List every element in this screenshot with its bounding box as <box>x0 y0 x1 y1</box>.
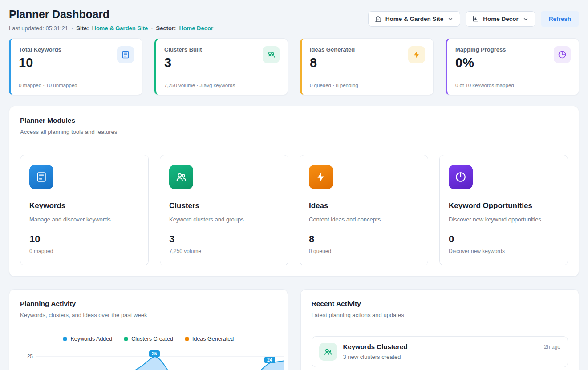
users-icon <box>169 165 193 189</box>
legend-dot <box>63 337 67 341</box>
legend-label: Keywords Added <box>70 336 112 342</box>
recent-item-timestamp: 2h ago <box>544 343 560 350</box>
stat-card-mapping-progress: Mapping Progress 0% 0 of 10 keywords map… <box>446 38 579 95</box>
panel-title: Planning Activity <box>20 300 277 308</box>
legend-item-ideas-generated: Ideas Generated <box>185 336 234 342</box>
module-sub: 0 mapped <box>29 248 139 254</box>
panel-title: Planner Modules <box>20 117 568 125</box>
module-title: Ideas <box>309 201 419 210</box>
panel-header: Planning Activity Keywords, clusters, an… <box>9 290 288 327</box>
area-chart: 25 25 24 <box>9 346 288 370</box>
building-icon <box>375 16 381 22</box>
legend-dot <box>185 337 189 341</box>
site-link[interactable]: Home & Garden Site <box>92 25 148 32</box>
legend-label: Ideas Generated <box>192 336 234 342</box>
panel-subtitle: Latest planning actions and updates <box>312 312 568 318</box>
legend-label: Clusters Created <box>131 336 173 342</box>
module-title: Keyword Opportunities <box>449 201 559 210</box>
recent-activity-panel: Recent Activity Latest planning actions … <box>300 289 580 370</box>
stat-content: Mapping Progress 0% 0 of 10 keywords map… <box>455 46 514 88</box>
stat-card-ideas-generated: Ideas Generated 8 0 queued · 8 pending <box>300 38 434 95</box>
data-point-label: 24 <box>264 357 275 363</box>
stat-label: Mapping Progress <box>455 46 514 53</box>
stat-value: 0% <box>455 56 514 70</box>
planning-activity-panel: Planning Activity Keywords, clusters, an… <box>9 289 288 370</box>
separator-dot: · <box>71 25 73 32</box>
panel-body: Keywords Manage and discover keywords 10… <box>9 144 579 276</box>
refresh-button[interactable]: Refresh <box>541 11 579 27</box>
stat-value: 8 <box>310 56 358 70</box>
stat-content: Total Keywords 10 0 mapped · 10 unmapped <box>19 46 77 88</box>
stat-label: Ideas Generated <box>310 46 358 53</box>
page-title: Planner Dashboard <box>9 8 213 21</box>
stat-label: Total Keywords <box>19 46 77 53</box>
pie-chart-icon <box>554 46 571 63</box>
document-icon <box>117 46 134 63</box>
stat-label: Clusters Built <box>164 46 235 53</box>
module-description: Content ideas and concepts <box>309 216 419 223</box>
recent-item-title: Keywords Clustered <box>343 343 538 350</box>
panel-title: Recent Activity <box>312 300 568 308</box>
module-value: 8 <box>309 233 419 245</box>
stat-card-total-keywords: Total Keywords 10 0 mapped · 10 unmapped <box>9 38 142 95</box>
stat-sub: 7,250 volume · 3 avg keywords <box>164 78 235 88</box>
lightning-icon <box>309 165 333 189</box>
area-chart-svg <box>36 346 284 370</box>
panel-header: Planner Modules Access all planning tool… <box>9 106 579 144</box>
module-tile-clusters[interactable]: Clusters Keyword clusters and groups 3 7… <box>160 155 288 265</box>
breadcrumb: Last updated: 05:31:21 · Site: Home & Ga… <box>9 25 213 32</box>
panel-subtitle: Access all planning tools and features <box>20 129 568 135</box>
module-sub: 7,250 volume <box>169 248 279 254</box>
users-icon <box>263 46 280 63</box>
site-selector-value: Home & Garden Site <box>385 16 444 22</box>
pie-chart-icon <box>449 165 473 189</box>
topbar-actions: Home & Garden Site Home Decor Refresh <box>368 11 579 27</box>
stat-content: Ideas Generated 8 0 queued · 8 pending <box>310 46 358 88</box>
module-title: Keywords <box>29 201 139 210</box>
users-icon <box>319 343 337 361</box>
stat-value: 10 <box>19 56 77 70</box>
recent-activity-list: Keywords Clustered 3 new clusters create… <box>301 327 579 370</box>
sector-link[interactable]: Home Decor <box>179 25 213 32</box>
module-value: 3 <box>169 233 279 245</box>
planner-modules-panel: Planner Modules Access all planning tool… <box>9 106 579 277</box>
document-icon <box>29 165 53 189</box>
legend-item-keywords-added: Keywords Added <box>63 336 112 342</box>
lightning-icon <box>408 46 425 63</box>
module-tile-keywords[interactable]: Keywords Manage and discover keywords 10… <box>20 155 149 265</box>
separator-dot: · <box>151 25 153 32</box>
panel-subtitle: Keywords, clusters, and ideas over the p… <box>20 312 277 318</box>
modules-grid: Keywords Manage and discover keywords 10… <box>20 155 568 265</box>
chevron-down-icon <box>447 16 454 22</box>
chart-legend: Keywords Added Clusters Created Ideas Ge… <box>9 327 288 342</box>
module-sub: Discover new keywords <box>449 248 559 254</box>
stat-value: 3 <box>164 56 235 70</box>
module-description: Discover new keyword opportunities <box>449 216 559 223</box>
module-title: Clusters <box>169 201 279 210</box>
panel-header: Recent Activity Latest planning actions … <box>301 290 579 327</box>
stats-row: Total Keywords 10 0 mapped · 10 unmapped… <box>9 38 579 95</box>
sector-selector-value: Home Decor <box>483 16 519 22</box>
y-axis-tick: 25 <box>27 354 33 359</box>
module-description: Keyword clusters and groups <box>169 216 279 223</box>
module-tile-ideas[interactable]: Ideas Content ideas and concepts 8 0 que… <box>300 155 428 265</box>
stat-content: Clusters Built 3 7,250 volume · 3 avg ke… <box>164 46 235 88</box>
topbar: Planner Dashboard Last updated: 05:31:21… <box>9 8 579 32</box>
module-sub: 0 queued <box>309 248 419 254</box>
last-updated-text: Last updated: 05:31:21 <box>9 25 68 32</box>
stat-card-clusters-built: Clusters Built 3 7,250 volume · 3 avg ke… <box>154 38 288 95</box>
stat-sub: 0 queued · 8 pending <box>310 78 358 88</box>
module-value: 0 <box>449 233 559 245</box>
bar-chart-icon <box>472 16 479 22</box>
site-selector-dropdown[interactable]: Home & Garden Site <box>368 11 461 27</box>
legend-item-clusters-created: Clusters Created <box>124 336 173 342</box>
module-tile-keyword-opportunities[interactable]: Keyword Opportunities Discover new keywo… <box>439 155 568 265</box>
stat-sub: 0 mapped · 10 unmapped <box>19 78 77 88</box>
planner-dashboard-page: Planner Dashboard Last updated: 05:31:21… <box>0 0 588 370</box>
topbar-left: Planner Dashboard Last updated: 05:31:21… <box>9 8 213 32</box>
module-value: 10 <box>29 233 139 245</box>
sector-selector-dropdown[interactable]: Home Decor <box>466 11 535 27</box>
stat-sub: 0 of 10 keywords mapped <box>455 78 514 88</box>
site-label: Site: <box>76 25 89 32</box>
chevron-down-icon <box>523 16 529 22</box>
